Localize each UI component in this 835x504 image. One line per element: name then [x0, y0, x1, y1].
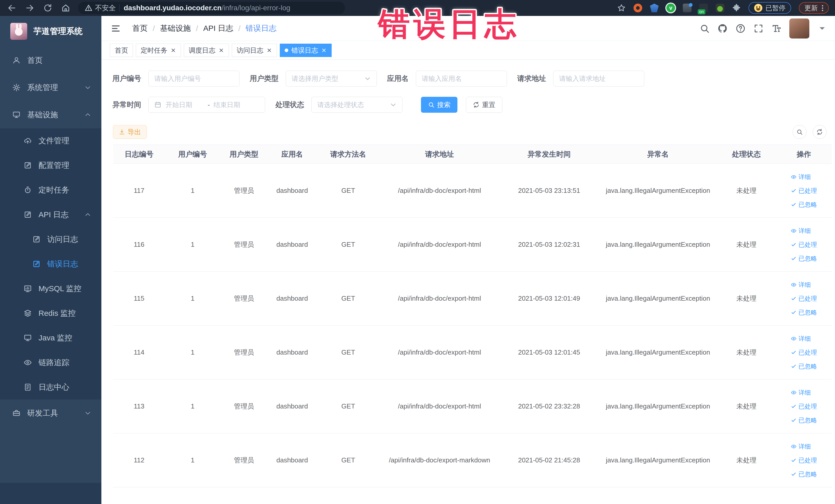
browser-back-icon[interactable] [7, 3, 16, 13]
profile-paused-chip[interactable]: 已暂停 [749, 2, 791, 14]
browser-menu-kebab-icon[interactable] [822, 5, 823, 11]
extension-on-badge-icon[interactable] [699, 4, 708, 12]
export-button[interactable]: 导出 [113, 125, 147, 139]
cell-log-id: 113 [113, 380, 165, 434]
mark-ignored-link[interactable]: 已忽略 [791, 308, 817, 317]
sidebar-item-file-management[interactable]: 文件管理 [0, 128, 101, 153]
breadcrumb-infrastructure[interactable]: 基础设施 [160, 23, 191, 34]
browser-home-icon[interactable] [61, 3, 70, 13]
sidebar-item-system-management[interactable]: 系统管理 [0, 74, 101, 101]
extension-green-check-icon[interactable]: v [666, 4, 675, 12]
mark-processed-link[interactable]: 已处理 [791, 348, 817, 357]
github-icon[interactable] [717, 23, 728, 34]
not-secure-warning-icon[interactable] [85, 4, 93, 12]
tab-schedule-log[interactable]: 调度日志 [184, 44, 229, 57]
extension-grid-icon[interactable] [683, 4, 692, 12]
avatar-caret-down-icon[interactable] [817, 23, 827, 34]
search-button[interactable]: 搜索 [421, 97, 457, 113]
extension-shield-icon[interactable] [650, 4, 659, 12]
detail-link[interactable]: 详细 [791, 173, 811, 181]
cell-user-id: 1 [165, 218, 221, 271]
detail-link[interactable]: 详细 [791, 281, 811, 289]
sidebar-item-scheduled-tasks[interactable]: 定时任务 [0, 178, 101, 202]
detail-link[interactable]: 详细 [791, 442, 811, 450]
tab-close-icon[interactable] [321, 47, 327, 53]
mark-ignored-link[interactable]: 已忽略 [791, 470, 817, 478]
sidebar-item-label: 文件管理 [39, 136, 69, 146]
user-type-select[interactable]: 请选择用户类型 [286, 70, 377, 86]
mark-ignored-link-label: 已忽略 [798, 201, 817, 209]
mark-processed-link[interactable]: 已处理 [791, 456, 817, 464]
search-icon[interactable] [699, 23, 710, 34]
user-id-input[interactable] [148, 70, 240, 86]
detail-link[interactable]: 详细 [791, 335, 811, 343]
app-name-input-field[interactable] [422, 75, 501, 83]
tab-home[interactable]: 首页 [110, 44, 133, 57]
mark-processed-link[interactable]: 已处理 [791, 187, 817, 195]
extension-orange-icon[interactable] [633, 4, 642, 12]
sidebar-item-infrastructure[interactable]: 基础设施 [0, 101, 101, 128]
mark-processed-link[interactable]: 已处理 [791, 295, 817, 303]
tab-scheduled-tasks[interactable]: 定时任务 [136, 44, 181, 57]
user-id-input-field[interactable] [154, 75, 233, 83]
user-avatar[interactable] [789, 19, 809, 39]
search-button-label: 搜索 [437, 100, 450, 109]
mark-ignored-link[interactable]: 已忽略 [791, 416, 817, 424]
process-status-select[interactable]: 请选择处理状态 [311, 97, 403, 113]
tab-close-icon[interactable] [170, 47, 176, 53]
detail-link[interactable]: 详细 [791, 388, 811, 397]
toggle-search-button[interactable] [793, 125, 807, 139]
request-url-input-field[interactable] [559, 75, 638, 83]
home-dashboard-icon [12, 56, 21, 64]
breadcrumb-home[interactable]: 首页 [132, 23, 148, 34]
mark-processed-link[interactable]: 已处理 [791, 402, 817, 410]
extensions-puzzle-icon[interactable] [732, 4, 741, 12]
font-size-icon[interactable] [771, 23, 781, 34]
tab-error-log[interactable]: 错误日志 [280, 44, 332, 57]
cell-user-id: 1 [165, 271, 221, 326]
sidebar-item-dev-tools[interactable]: 研发工具 [0, 400, 101, 427]
mark-ignored-link[interactable]: 已忽略 [791, 362, 817, 370]
app-logo-row[interactable]: 芋道管理系统 [0, 16, 101, 47]
fullscreen-icon[interactable] [753, 23, 763, 34]
extension-sprout-icon[interactable] [716, 4, 725, 12]
main-content: 用户编号 用户类型 请选择用户类型 应用名 请求地址 [101, 60, 835, 504]
bookmark-star-icon[interactable] [617, 4, 626, 12]
sidebar-item-error-log[interactable]: 错误日志 [0, 251, 101, 276]
tab-close-icon[interactable] [219, 47, 224, 53]
gear-icon [12, 83, 21, 92]
sidebar-item-mysql-monitor[interactable]: MySQL 监控 [0, 276, 101, 301]
sidebar-item-home[interactable]: 首页 [0, 47, 101, 74]
address-bar[interactable]: 不安全 dashboard.yudao.iocoder.cn /infra/lo… [78, 2, 345, 14]
check-icon [791, 404, 796, 409]
mark-processed-link[interactable]: 已处理 [791, 241, 817, 249]
tab-close-icon[interactable] [266, 47, 272, 53]
check-icon [791, 310, 796, 315]
mark-ignored-link[interactable]: 已忽略 [791, 255, 817, 263]
app-name-input[interactable] [416, 70, 507, 86]
browser-reload-icon[interactable] [43, 3, 53, 13]
mark-processed-link-label: 已处理 [798, 241, 817, 249]
detail-link[interactable]: 详细 [791, 227, 811, 235]
sidebar-item-api-log[interactable]: API 日志 [0, 202, 101, 227]
sidebar-item-log-center[interactable]: 日志中心 [0, 375, 101, 400]
exception-time-range-picker[interactable]: 开始日期 - 结束日期 [148, 97, 265, 113]
browser-forward-icon[interactable] [25, 3, 34, 13]
cell-user-id: 1 [165, 326, 221, 380]
sidebar-item-access-log[interactable]: 访问日志 [0, 227, 101, 251]
sidebar-item-redis-monitor[interactable]: Redis 监控 [0, 301, 101, 326]
breadcrumb-api-log[interactable]: API 日志 [203, 23, 233, 34]
sidebar-item-trace[interactable]: 链路追踪 [0, 350, 101, 375]
request-url-input[interactable] [553, 70, 644, 86]
help-icon[interactable] [735, 23, 746, 34]
hamburger-icon[interactable] [110, 23, 121, 34]
reset-button[interactable]: 重置 [466, 97, 502, 113]
refresh-table-button[interactable] [813, 125, 827, 139]
sidebar-item-label: 日志中心 [39, 382, 69, 392]
sidebar-item-java-monitor[interactable]: Java 监控 [0, 326, 101, 350]
sidebar-item-config-management[interactable]: 配置管理 [0, 153, 101, 178]
mark-ignored-link[interactable]: 已忽略 [791, 201, 817, 209]
tab-access-log[interactable]: 访问日志 [232, 44, 277, 57]
browser-update-chip[interactable]: 更新 [799, 2, 829, 14]
cell-process-status: 未处理 [717, 271, 776, 326]
